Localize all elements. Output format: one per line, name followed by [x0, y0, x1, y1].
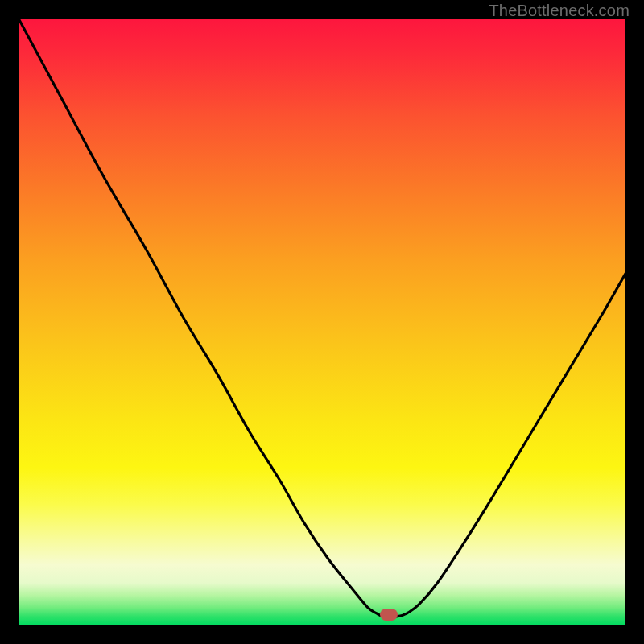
curve-path	[19, 19, 625, 617]
minimum-marker	[380, 609, 398, 621]
plot-area	[19, 19, 625, 625]
watermark-text: TheBottleneck.com	[489, 2, 630, 20]
chart-frame: TheBottleneck.com	[0, 0, 644, 644]
bottleneck-curve	[19, 19, 625, 625]
